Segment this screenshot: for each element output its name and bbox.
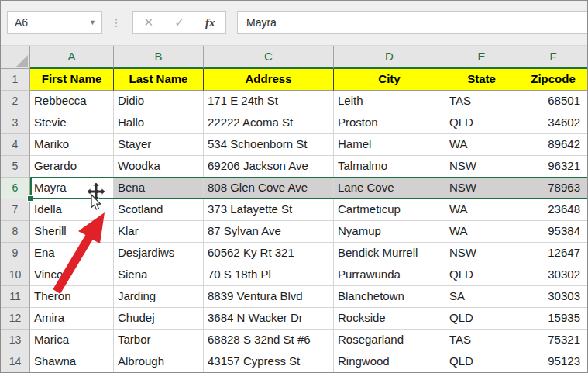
cell-C2[interactable]: 171 E 24th St	[204, 91, 334, 112]
row-header-6[interactable]: 6	[1, 178, 30, 199]
cell-B8[interactable]: Klar	[114, 221, 204, 243]
cancel-button[interactable]: ✕	[144, 16, 154, 29]
cell-D9[interactable]: Bendick Murrell	[334, 243, 445, 264]
row-header-9[interactable]: 9	[1, 243, 30, 264]
column-header-E[interactable]: E	[445, 46, 518, 69]
cell-D8[interactable]: Nyamup	[334, 221, 445, 243]
cell-E4[interactable]: WA	[445, 134, 518, 156]
row-header-1[interactable]: 1	[1, 69, 30, 91]
cell-B10[interactable]: Siena	[114, 264, 204, 286]
column-header-D[interactable]: D	[334, 46, 445, 69]
cell-F8[interactable]: 95384	[518, 221, 588, 243]
cell-E12[interactable]: QLD	[445, 308, 518, 330]
row-header-4[interactable]: 4	[1, 134, 30, 156]
row-header-2[interactable]: 2	[1, 91, 30, 112]
row-header-5[interactable]: 5	[1, 156, 30, 178]
cell-F6[interactable]: 78963	[518, 178, 588, 199]
cell-D10[interactable]: Purrawunda	[334, 264, 445, 286]
cell-B7[interactable]: Scotland	[114, 199, 204, 221]
cell-F2[interactable]: 68501	[518, 91, 588, 112]
cell-D3[interactable]: Proston	[334, 112, 445, 134]
cell-A11[interactable]: Theron	[30, 286, 114, 308]
cell-C4[interactable]: 534 Schoenborn St	[204, 134, 334, 156]
cell-E10[interactable]: QLD	[445, 264, 518, 286]
name-box-dropdown-icon[interactable]: ▼	[89, 19, 101, 26]
cell-A1[interactable]: First Name	[30, 69, 114, 91]
cell-E11[interactable]: SA	[445, 286, 518, 308]
row-header-10[interactable]: 10	[1, 264, 30, 286]
cell-F1[interactable]: Zipcode	[518, 69, 588, 91]
formula-input[interactable]: Mayra	[237, 11, 588, 34]
cell-B2[interactable]: Didio	[114, 91, 204, 112]
cell-D4[interactable]: Hamel	[334, 134, 445, 156]
cell-F4[interactable]: 89642	[518, 134, 588, 156]
cell-C1[interactable]: Address	[204, 69, 334, 91]
cell-F10[interactable]: 30302	[518, 264, 588, 286]
cell-E9[interactable]: NSW	[445, 243, 518, 264]
cell-D5[interactable]: Talmalmo	[334, 156, 445, 178]
cell-F12[interactable]: 15935	[518, 308, 588, 330]
cell-A13[interactable]: Marica	[30, 330, 114, 351]
row-header-11[interactable]: 11	[1, 286, 30, 308]
row-header-12[interactable]: 12	[1, 308, 30, 330]
row-header-13[interactable]: 13	[1, 330, 30, 351]
cell-B3[interactable]: Hallo	[114, 112, 204, 134]
cell-F9[interactable]: 12647	[518, 243, 588, 264]
cell-F7[interactable]: 23648	[518, 199, 588, 221]
column-header-C[interactable]: C	[204, 46, 334, 69]
cell-C10[interactable]: 70 S 18th Pl	[204, 264, 334, 286]
cell-F5[interactable]: 96321	[518, 156, 588, 178]
cell-A7[interactable]: Idella	[30, 199, 114, 221]
cell-A5[interactable]: Gerardo	[30, 156, 114, 178]
cell-C3[interactable]: 22222 Acoma St	[204, 112, 334, 134]
cell-B4[interactable]: Stayer	[114, 134, 204, 156]
cell-A9[interactable]: Ena	[30, 243, 114, 264]
column-header-F[interactable]: F	[518, 46, 588, 69]
row-header-3[interactable]: 3	[1, 112, 30, 134]
cell-D7[interactable]: Cartmeticup	[334, 199, 445, 221]
cell-C5[interactable]: 69206 Jackson Ave	[204, 156, 334, 178]
cell-F11[interactable]: 30303	[518, 286, 588, 308]
cell-A8[interactable]: Sherill	[30, 221, 114, 243]
cell-D6[interactable]: Lane Cove	[334, 178, 445, 199]
cell-E14[interactable]: QLD	[445, 351, 518, 373]
cell-A10[interactable]: Vince	[30, 264, 114, 286]
cell-E2[interactable]: TAS	[445, 91, 518, 112]
cell-B1[interactable]: Last Name	[114, 69, 204, 91]
cell-D1[interactable]: City	[334, 69, 445, 91]
cell-E7[interactable]: WA	[445, 199, 518, 221]
cell-C13[interactable]: 68828 S 32nd St #6	[204, 330, 334, 351]
cell-D13[interactable]: Rosegarland	[334, 330, 445, 351]
cell-A12[interactable]: Amira	[30, 308, 114, 330]
cell-E3[interactable]: QLD	[445, 112, 518, 134]
cell-D2[interactable]: Leith	[334, 91, 445, 112]
cell-E13[interactable]: TAS	[445, 330, 518, 351]
cell-D14[interactable]: Ringwood	[334, 351, 445, 373]
column-header-B[interactable]: B	[114, 46, 204, 69]
cell-A3[interactable]: Stevie	[30, 112, 114, 134]
cell-E5[interactable]: NSW	[445, 156, 518, 178]
cell-A14[interactable]: Shawna	[30, 351, 114, 373]
cell-F3[interactable]: 34602	[518, 112, 588, 134]
cell-C12[interactable]: 3684 N Wacker Dr	[204, 308, 334, 330]
formula-bar-grip-icon[interactable]: ⋮	[111, 11, 122, 34]
cell-F13[interactable]: 75321	[518, 330, 588, 351]
cell-D11[interactable]: Blanchetown	[334, 286, 445, 308]
select-all-corner[interactable]	[1, 46, 30, 69]
cell-C6[interactable]: 808 Glen Cove Ave	[204, 178, 334, 199]
cell-A2[interactable]: Rebbecca	[30, 91, 114, 112]
cell-B13[interactable]: Tarbor	[114, 330, 204, 351]
cell-E6[interactable]: NSW	[445, 178, 518, 199]
column-header-A[interactable]: A	[30, 46, 114, 69]
cell-A6[interactable]: Mayra	[30, 178, 114, 199]
cell-C7[interactable]: 373 Lafayette St	[204, 199, 334, 221]
row-header-8[interactable]: 8	[1, 221, 30, 243]
row-header-7[interactable]: 7	[1, 199, 30, 221]
row-header-14[interactable]: 14	[1, 351, 30, 373]
cell-B9[interactable]: Desjardiws	[114, 243, 204, 264]
cell-B5[interactable]: Woodka	[114, 156, 204, 178]
cell-E8[interactable]: WA	[445, 221, 518, 243]
cell-B6[interactable]: Bena	[114, 178, 204, 199]
enter-button[interactable]: ✓	[174, 16, 184, 29]
cell-B11[interactable]: Jarding	[114, 286, 204, 308]
